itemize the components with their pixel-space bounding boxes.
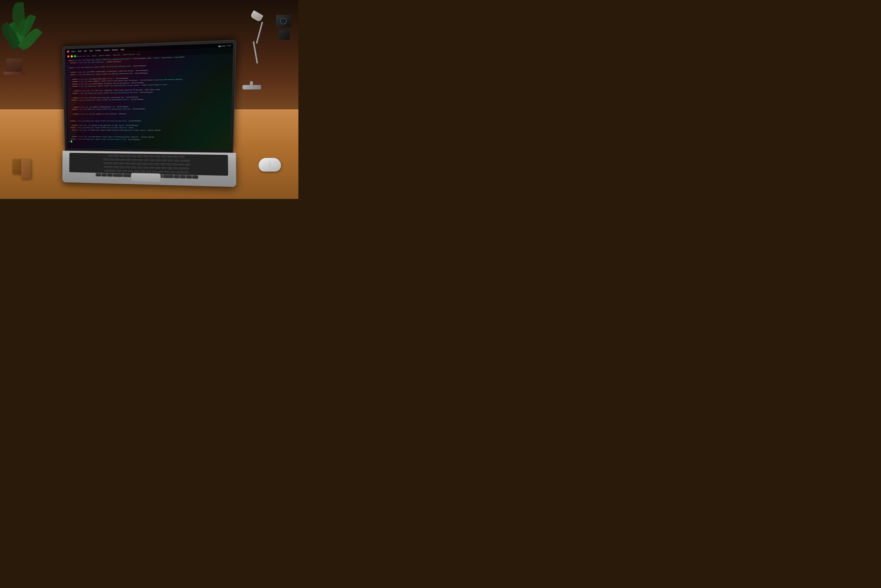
key-r[interactable] (131, 163, 136, 166)
key-f2[interactable] (120, 155, 125, 158)
key-esc[interactable] (108, 155, 113, 158)
key-cmd-left[interactable] (113, 173, 123, 177)
key-rshift[interactable] (176, 171, 189, 174)
git-line-27: * b2f3899 (3 days ago) Merge pull reques… (68, 120, 230, 122)
key-x[interactable] (122, 170, 128, 173)
key-q[interactable] (113, 162, 119, 165)
key-y[interactable] (142, 163, 148, 166)
key-9[interactable] (156, 159, 161, 162)
key-arrow-right[interactable] (192, 175, 198, 178)
key-f5[interactable] (137, 155, 143, 158)
maximize-button[interactable] (74, 55, 77, 57)
key-lbracket[interactable] (172, 164, 178, 166)
menubar-shell[interactable]: Shell (78, 50, 81, 52)
terminal-screen[interactable]: 🍎 iTerm Shell Edit View Profiles Toolbel… (65, 43, 234, 150)
key-o[interactable] (160, 163, 166, 166)
menubar-window[interactable]: Window (112, 49, 118, 51)
key-f10[interactable] (167, 156, 172, 159)
camera-items (276, 15, 291, 40)
menubar-edit[interactable]: Edit (84, 50, 87, 52)
menubar-items: iTerm Shell Edit View Profiles Toolbelt … (71, 48, 124, 52)
key-4[interactable] (126, 159, 132, 162)
key-backslash[interactable] (185, 164, 190, 167)
key-f9[interactable] (161, 155, 167, 159)
key-g[interactable] (137, 166, 143, 170)
key-rbracket[interactable] (178, 164, 184, 166)
key-ctrl[interactable] (102, 173, 107, 176)
key-h[interactable] (143, 166, 149, 170)
key-period[interactable] (164, 171, 170, 174)
key-quote[interactable] (173, 167, 179, 170)
key-0[interactable] (162, 159, 167, 163)
key-6[interactable] (138, 159, 143, 162)
key-j[interactable] (149, 166, 155, 170)
key-1[interactable] (109, 158, 114, 161)
magic-mouse[interactable] (259, 158, 281, 171)
key-f4[interactable] (131, 155, 137, 158)
apple-logo: 🍎 (67, 50, 69, 53)
menubar-right: ▮▮▮ 100% 13:23 (218, 45, 231, 47)
key-2[interactable] (114, 159, 120, 162)
key-t[interactable] (136, 163, 142, 166)
menubar-iterm[interactable]: iTerm (71, 50, 76, 52)
traffic-lights (68, 55, 77, 57)
key-f11[interactable] (173, 156, 179, 159)
laptop-keyboard-base (62, 151, 236, 187)
key-capslock[interactable] (104, 166, 113, 169)
key-tab[interactable] (103, 162, 113, 165)
screen-bezel: 🍎 iTerm Shell Edit View Profiles Toolbel… (65, 43, 234, 150)
key-k[interactable] (155, 167, 161, 170)
key-d[interactable] (125, 166, 131, 170)
git-line-30: * ef93291 (5 days ago) Merge pull reques… (69, 127, 230, 129)
key-f12[interactable] (179, 156, 185, 159)
key-f7[interactable] (149, 155, 155, 158)
key-f3[interactable] (125, 155, 131, 158)
menubar-profiles[interactable]: Profiles (95, 50, 101, 51)
key-slash[interactable] (170, 171, 176, 174)
key-equals[interactable] (174, 160, 180, 163)
key-i[interactable] (154, 163, 160, 166)
menubar-view[interactable]: View (89, 50, 93, 52)
menubar-help[interactable]: Help (121, 48, 124, 51)
command-text: akka-source: git log --graph --abbrev-co… (72, 53, 140, 57)
key-l[interactable] (161, 167, 167, 170)
key-option-left[interactable] (107, 173, 113, 176)
key-5[interactable] (132, 159, 138, 162)
key-u[interactable] (148, 163, 154, 166)
key-s[interactable] (120, 166, 125, 169)
key-e[interactable] (125, 162, 130, 165)
key-3[interactable] (120, 159, 126, 162)
git-line-29: | * b2f3899 (3 days ago) +str include st… (69, 124, 230, 127)
key-f[interactable] (131, 166, 137, 170)
keyboard-rows (71, 154, 227, 174)
keyboard[interactable] (69, 153, 228, 176)
key-f8[interactable] (155, 155, 161, 158)
git-line-31: | * 051b57c (3 days ago) +str Merge pull… (69, 129, 230, 132)
key-7[interactable] (144, 159, 149, 162)
key-cmd-right[interactable] (163, 174, 173, 178)
key-minus[interactable] (168, 159, 173, 163)
key-backspace[interactable] (180, 160, 190, 163)
key-f1[interactable] (114, 155, 119, 158)
minimize-button[interactable] (71, 55, 73, 58)
clock: 13:23 (227, 45, 231, 46)
key-a[interactable] (114, 166, 119, 169)
key-option-right[interactable] (174, 175, 180, 178)
key-arrow-up-down[interactable] (186, 175, 192, 178)
key-arrow-left[interactable] (180, 175, 186, 178)
key-lshift[interactable] (104, 170, 116, 173)
key-return[interactable] (179, 167, 189, 171)
key-w[interactable] (119, 162, 124, 165)
key-f6[interactable] (143, 155, 149, 158)
terminal-content[interactable]: * 826072c (11 hours ago) Merge pull requ… (67, 55, 232, 149)
key-p[interactable] (166, 163, 171, 166)
key-fn[interactable] (96, 173, 101, 176)
trackpad[interactable] (131, 173, 161, 182)
menubar-toolbelt[interactable]: Toolbelt (104, 49, 110, 51)
git-line-28: |\ \ (68, 122, 230, 124)
key-8[interactable] (150, 159, 155, 162)
key-backtick[interactable] (103, 158, 108, 161)
key-z[interactable] (117, 170, 122, 173)
key-semicolon[interactable] (167, 167, 173, 170)
close-button[interactable] (68, 55, 70, 58)
